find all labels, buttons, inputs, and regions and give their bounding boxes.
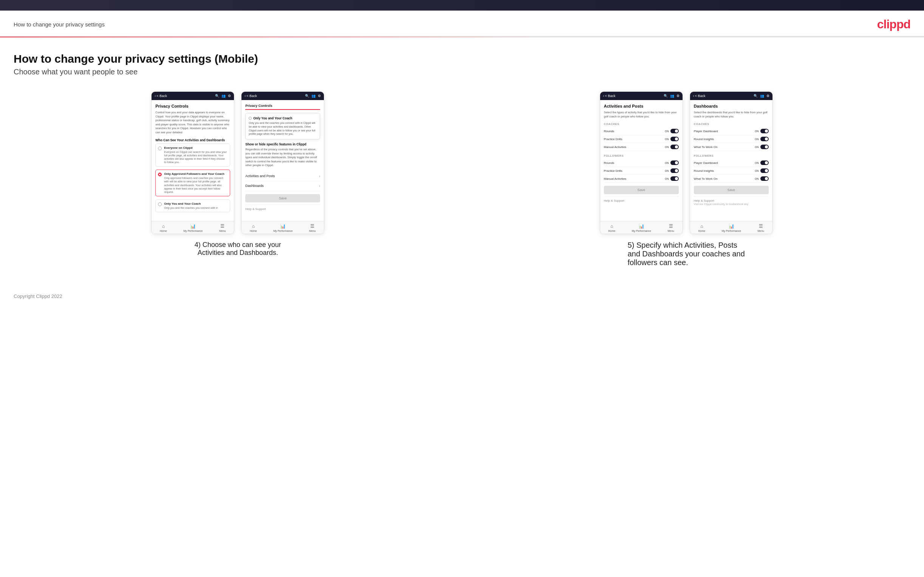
nav-home-1[interactable]: ⌂ Home — [160, 224, 167, 232]
performance-icon-4: 📊 — [729, 224, 734, 229]
home-icon-4: ⌂ — [700, 224, 703, 229]
home-icon-3: ⌂ — [610, 224, 613, 229]
followers-rounds-toggle[interactable] — [670, 161, 679, 165]
followers-what-on: ON — [755, 177, 759, 180]
nav-menu-3[interactable]: ☰ Menu — [667, 224, 674, 232]
nav-home-4[interactable]: ⌂ Home — [698, 224, 705, 232]
nav-performance-3-label: My Performance — [632, 230, 651, 232]
followers-label-4: FOLLOWERS — [694, 154, 769, 158]
nav-performance-1[interactable]: 📊 My Performance — [183, 224, 203, 232]
dashboards-row[interactable]: Dashboards › — [245, 181, 320, 191]
nav-performance-4[interactable]: 📊 My Performance — [722, 224, 741, 232]
followers-player-dashboard-row: Player Dashboard ON — [694, 159, 769, 167]
coaches-what-toggle[interactable] — [760, 145, 769, 149]
tooltip-box: Only You and Your Coach Only you and the… — [245, 113, 320, 139]
nav-home-2[interactable]: ⌂ Home — [250, 224, 257, 232]
nav-performance-4-label: My Performance — [722, 230, 741, 232]
nav-home-2-label: Home — [250, 230, 257, 232]
screen4-body: Dashboards Select the dashboards that yo… — [690, 100, 772, 221]
nav-performance-label: My Performance — [183, 230, 203, 232]
top-bar — [0, 0, 924, 11]
followers-manual-toggle[interactable] — [670, 176, 679, 181]
coaches-practice-toggle[interactable] — [670, 137, 679, 141]
coaches-player-toggle[interactable] — [760, 129, 769, 133]
option-approved[interactable]: Only Approved Followers and Your Coach O… — [155, 169, 230, 196]
performance-icon-2: 📊 — [280, 224, 286, 229]
people-icon-2[interactable]: 👥 — [312, 94, 315, 98]
coaches-manual-toggle[interactable] — [670, 145, 679, 149]
radio-only-you — [158, 202, 162, 206]
screen4-mockup: ‹ < Back 🔍 👥 ⚙ Dashboards Select the das… — [690, 91, 773, 234]
search-icon[interactable]: 🔍 — [215, 94, 219, 98]
option-only-you-content: Only You and Your Coach Only you and the… — [164, 202, 218, 210]
followers-rounds-label: Rounds — [604, 161, 614, 164]
screen1-back[interactable]: ‹ < Back — [155, 94, 167, 98]
phone-pair-left: ‹ < Back 🔍 👥 ⚙ Privacy Controls Control … — [151, 91, 324, 234]
screen4-back[interactable]: ‹ < Back — [693, 94, 706, 98]
followers-practice-toggle[interactable] — [670, 168, 679, 173]
nav-home-3[interactable]: ⌂ Home — [608, 224, 615, 232]
screen1-body: Privacy Controls Control how you and you… — [152, 100, 234, 221]
performance-icon: 📊 — [190, 224, 196, 229]
activities-posts-label: Activities and Posts — [245, 174, 275, 178]
save-button-3[interactable]: Save — [604, 186, 679, 194]
screenshots-section: ‹ < Back 🔍 👥 ⚙ Privacy Controls Control … — [14, 91, 910, 267]
option-everyone[interactable]: Everyone on Clippd Everyone on Clippd ca… — [155, 143, 230, 166]
screen3-bottom-nav: ⌂ Home 📊 My Performance ☰ Menu — [600, 221, 683, 234]
activities-posts-row[interactable]: Activities and Posts › — [245, 171, 320, 181]
back-chevron: ‹ — [155, 94, 156, 98]
people-icon[interactable]: 👥 — [221, 94, 226, 98]
followers-round-insights-on: ON — [755, 169, 759, 172]
nav-menu-4[interactable]: ☰ Menu — [758, 224, 764, 232]
save-button-2[interactable]: Save — [245, 194, 320, 202]
followers-what-toggle[interactable] — [760, 176, 769, 181]
coaches-player-dashboard-row: Player Dashboard ON — [694, 127, 769, 135]
nav-menu-1[interactable]: ☰ Menu — [219, 224, 226, 232]
page-subtitle: Choose what you want people to see — [14, 68, 910, 76]
screen3-back[interactable]: ‹ < Back — [603, 94, 615, 98]
followers-round-insights-toggle[interactable] — [760, 168, 769, 173]
screen1-nav: ‹ < Back 🔍 👥 ⚙ — [152, 92, 234, 100]
header-title: How to change your privacy settings — [14, 21, 105, 27]
activities-chevron: › — [319, 174, 320, 178]
search-icon-3[interactable]: 🔍 — [664, 94, 668, 98]
dashboards-chevron: › — [319, 184, 320, 188]
settings-icon[interactable]: ⚙ — [228, 94, 231, 98]
privacy-tab-label[interactable]: Privacy Controls — [245, 104, 273, 109]
people-icon-3[interactable]: 👥 — [670, 94, 674, 98]
option-only-you[interactable]: Only You and Your Coach Only you and the… — [155, 199, 230, 212]
settings-icon-3[interactable]: ⚙ — [677, 94, 680, 98]
caption5: 5) Specify which Activities, Posts and D… — [628, 241, 745, 267]
performance-icon-3: 📊 — [639, 224, 645, 229]
screen1-title: Privacy Controls — [155, 104, 230, 108]
nav-home-3-label: Home — [608, 230, 615, 232]
tooltip-radio-indicator — [249, 117, 252, 120]
main-content: How to change your privacy settings (Mob… — [0, 37, 924, 282]
save-button-4[interactable]: Save — [694, 186, 769, 194]
followers-practice-label: Practice Drills — [604, 169, 622, 172]
screen1-mockup: ‹ < Back 🔍 👥 ⚙ Privacy Controls Control … — [151, 91, 234, 234]
search-icon-2[interactable]: 🔍 — [305, 94, 309, 98]
coaches-practice-label: Practice Drills — [604, 137, 622, 141]
screen2-back[interactable]: ‹ < Back — [244, 94, 257, 98]
coaches-rounds-toggle[interactable] — [670, 129, 679, 133]
nav-menu-3-label: Menu — [667, 230, 674, 232]
nav-performance-2[interactable]: 📊 My Performance — [273, 224, 292, 232]
screen2-bottom-nav: ⌂ Home 📊 My Performance ☰ Menu — [241, 221, 324, 234]
screen3-desc: Select the types of activity that you'd … — [604, 111, 679, 119]
followers-manual-label: Manual Activities — [604, 177, 627, 181]
followers-player-toggle[interactable] — [760, 161, 769, 165]
coaches-round-insights-toggle[interactable] — [760, 137, 769, 141]
settings-icon-4[interactable]: ⚙ — [766, 94, 769, 98]
coaches-round-insights-on: ON — [755, 138, 759, 140]
copyright: Copyright Clippd 2022 — [14, 293, 62, 299]
followers-manual-on: ON — [665, 177, 669, 180]
people-icon-4[interactable]: 👥 — [760, 94, 764, 98]
settings-icon-2[interactable]: ⚙ — [318, 94, 321, 98]
search-icon-4[interactable]: 🔍 — [754, 94, 758, 98]
privacy-tab: Privacy Controls — [245, 104, 320, 110]
tooltip-text: Only you and the coaches you connect wit… — [249, 121, 317, 136]
option3-desc: Only you and the coaches you connect wit… — [164, 206, 218, 210]
nav-performance-3[interactable]: 📊 My Performance — [632, 224, 651, 232]
nav-menu-2[interactable]: ☰ Menu — [309, 224, 316, 232]
